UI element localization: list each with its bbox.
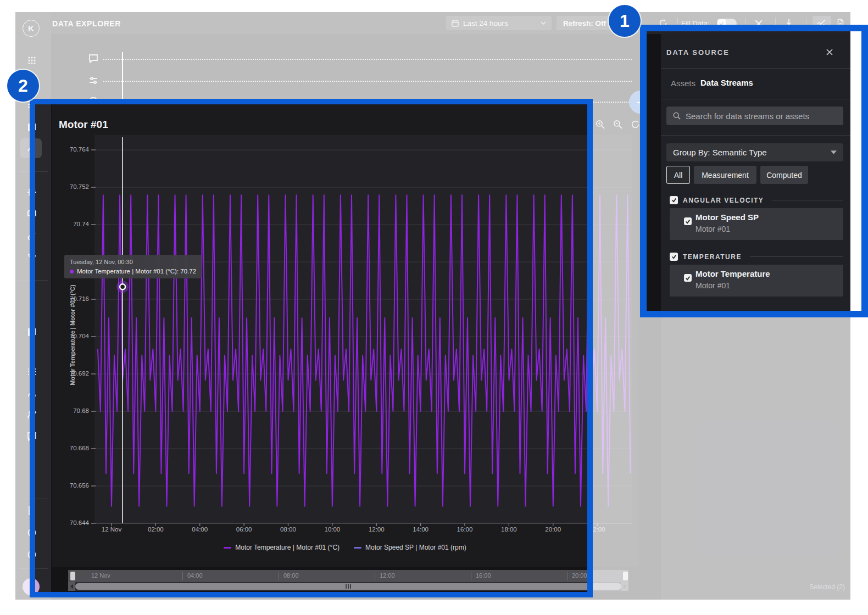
timeline-handle-right[interactable] — [623, 572, 628, 580]
annotation-box-chart — [30, 99, 593, 597]
page: K? DATA EXPLORER Last 24 hours Refresh: … — [0, 0, 868, 615]
tooltip-date: Tuesday, 12 Nov, 00:30 — [70, 259, 196, 265]
app-logo: K — [23, 20, 40, 37]
refresh-label: Refresh: Off — [563, 19, 606, 27]
tooltip-value: Motor Temperature | Motor #01 (°C): 70.7… — [70, 268, 196, 275]
chevron-down-icon — [541, 21, 546, 25]
apps-grid-icon[interactable] — [27, 56, 36, 65]
zoom-reset-icon[interactable] — [631, 120, 640, 129]
scrollbar-right-arrow[interactable] — [621, 582, 628, 591]
chart-zoom-controls — [596, 120, 640, 129]
controls-lane-icon[interactable] — [89, 76, 98, 85]
page-title: DATA EXPLORER — [52, 19, 121, 28]
tooltip-series-dot — [70, 270, 74, 273]
zoom-in-icon[interactable] — [596, 120, 605, 129]
annotation-badge-2: 2 — [7, 70, 39, 102]
selected-count: Selected (2) — [809, 583, 845, 591]
lane-dotted-line — [103, 59, 632, 60]
chart-tooltip: Tuesday, 12 Nov, 00:30 Motor Temperature… — [64, 255, 202, 278]
annotation-box-panel — [640, 25, 868, 317]
time-range-button[interactable]: Last 24 hours — [446, 16, 552, 30]
calendar-icon — [452, 20, 459, 27]
annotation-badge-1: 1 — [609, 5, 641, 37]
cursor-line-upper — [122, 52, 123, 104]
wash-rect — [0, 597, 868, 615]
annotations-lane-icon[interactable] — [89, 54, 98, 63]
time-range-label: Last 24 hours — [463, 19, 508, 27]
lane-dotted-line — [103, 81, 632, 82]
zoom-out-icon[interactable] — [613, 120, 622, 129]
